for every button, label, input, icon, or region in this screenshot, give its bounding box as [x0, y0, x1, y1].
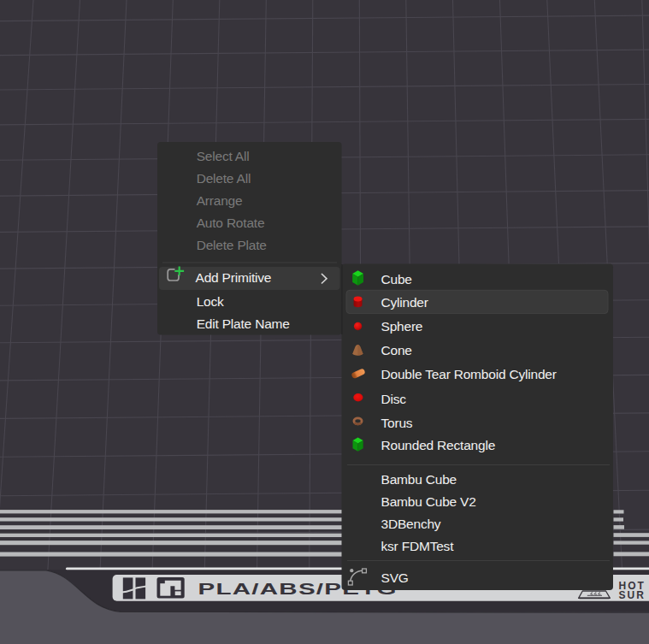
svg-text:Cube: Cube [381, 272, 412, 287]
svg-text:Add Primitive: Add Primitive [196, 270, 272, 285]
svg-text:Bambu Cube: Bambu Cube [381, 472, 457, 487]
svg-text:Cone: Cone [381, 343, 412, 357]
svg-text:Disc: Disc [381, 392, 407, 406]
svg-text:SUR: SUR [619, 589, 646, 601]
svg-text:Delete Plate: Delete Plate [197, 238, 267, 252]
svg-text:Cylinder: Cylinder [381, 295, 428, 310]
svg-text:Auto Rotate: Auto Rotate [197, 216, 265, 230]
svg-text:Double Tear Romboid Cylinder: Double Tear Romboid Cylinder [381, 367, 557, 381]
svg-text:Sphere: Sphere [381, 319, 423, 334]
svg-text:ksr FDMTest: ksr FDMTest [381, 539, 455, 553]
svg-text:Delete All: Delete All [197, 171, 251, 186]
svg-text:3DBenchy: 3DBenchy [381, 517, 441, 531]
svg-text:Bambu Cube V2: Bambu Cube V2 [381, 494, 476, 509]
svg-text:Rounded Rectangle: Rounded Rectangle [381, 438, 496, 452]
svg-text:Select All: Select All [197, 149, 250, 163]
svg-text:SVG: SVG [381, 570, 409, 585]
svg-text:Edit Plate Name: Edit Plate Name [197, 316, 290, 331]
svg-text:Lock: Lock [197, 294, 224, 309]
svg-text:Arrange: Arrange [197, 193, 243, 208]
svg-text:Torus: Torus [381, 416, 413, 430]
